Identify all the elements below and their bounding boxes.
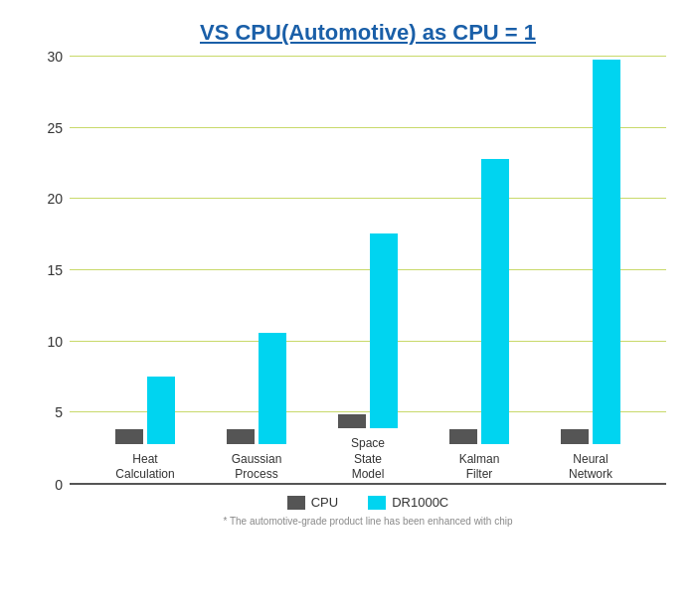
bar-dr-space [370, 233, 398, 428]
y-label-10: 10 [25, 334, 63, 350]
chart-container: VS CPU(Automotive) as CPU = 1 30 25 20 1… [0, 0, 696, 616]
y-label-0: 0 [25, 477, 63, 493]
y-label-30: 30 [25, 49, 63, 65]
legend: CPU DR1000C [70, 495, 666, 510]
bar-cpu-gaussian [227, 429, 255, 443]
bar-group-neural: Neural Network [535, 60, 646, 483]
bar-group-gaussian: Gaussian Process [201, 333, 312, 483]
bar-label-neural: Neural Network [569, 452, 612, 483]
legend-dr-label: DR1000C [392, 495, 448, 510]
legend-dr: DR1000C [368, 495, 448, 510]
bar-label-kalman: Kalman Filter [459, 452, 500, 483]
y-label-20: 20 [25, 191, 63, 207]
bar-dr-heat [147, 377, 175, 443]
y-label-25: 25 [25, 120, 63, 136]
bars-neural [561, 60, 620, 444]
bar-label-heat: Heat Calculation [115, 452, 174, 483]
bars-kalman [449, 159, 509, 444]
bar-group-kalman: Kalman Filter [424, 159, 535, 483]
bars-space [338, 233, 398, 428]
bars-container: Heat Calculation Gaussian Process Space … [70, 56, 666, 483]
bar-label-gaussian: Gaussian Process [232, 452, 282, 483]
bars-heat [115, 377, 175, 443]
footnote: * The automotive-grade product line has … [70, 516, 666, 527]
legend-swatch-cpu [287, 496, 305, 510]
y-label-15: 15 [25, 262, 63, 278]
legend-cpu-label: CPU [311, 495, 338, 510]
bar-label-space: Space State Model [351, 436, 385, 483]
legend-swatch-dr [368, 496, 386, 510]
bar-group-space: Space State Model [312, 233, 424, 483]
bar-group-heat: Heat Calculation [89, 377, 201, 483]
chart-title: VS CPU(Automotive) as CPU = 1 [70, 20, 666, 46]
legend-cpu: CPU [287, 495, 338, 510]
chart-area: 30 25 20 15 10 5 0 Heat Calculation [70, 56, 666, 483]
bar-cpu-neural [561, 429, 589, 443]
bar-cpu-heat [115, 429, 143, 443]
bar-cpu-kalman [449, 429, 477, 443]
bar-dr-gaussian [259, 333, 286, 444]
bar-dr-neural [593, 60, 620, 444]
y-label-5: 5 [25, 404, 63, 420]
bars-gaussian [227, 333, 286, 444]
bar-dr-kalman [481, 159, 509, 444]
bar-cpu-space [338, 414, 366, 428]
